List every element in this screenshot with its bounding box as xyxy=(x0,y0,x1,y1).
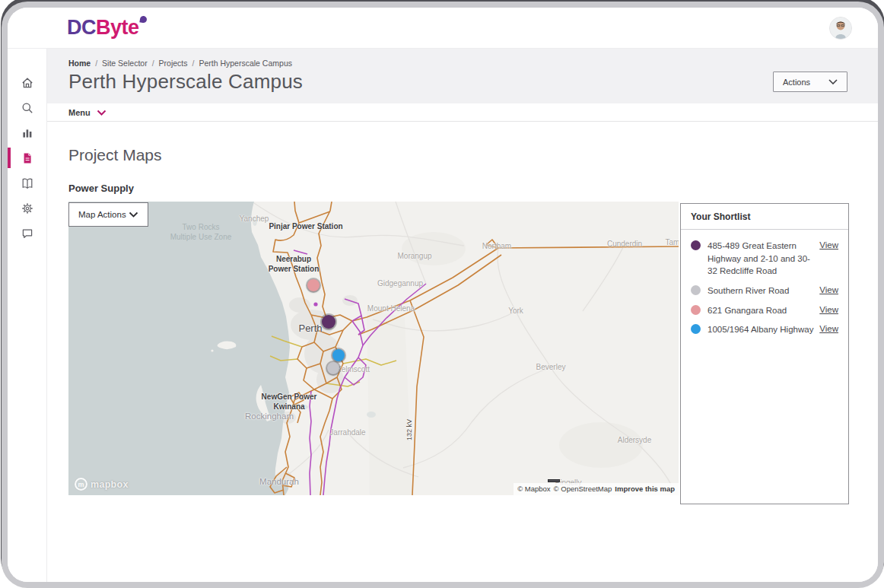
map-actions-button[interactable]: Map Actions xyxy=(68,202,148,227)
breadcrumb-separator: / xyxy=(95,59,97,68)
map-label: Cunderdin xyxy=(607,240,642,250)
map-site-marker[interactable] xyxy=(327,362,339,374)
shortlist-item: Southern River RoadView xyxy=(691,284,838,297)
site-label: 485-489 Great Eastern Highway and 2-10 a… xyxy=(701,240,819,278)
document-icon xyxy=(21,151,34,165)
breadcrumb-item[interactable]: Projects xyxy=(159,59,188,68)
map-label: Mount Helena xyxy=(367,304,415,314)
breadcrumb-item[interactable]: Home xyxy=(68,59,91,68)
map-row: Two Rocks Multiple Use ZoneYanchepPinjar… xyxy=(68,202,855,504)
breadcrumb-item[interactable]: Site Selector xyxy=(102,59,148,68)
sidebar-item-projects[interactable] xyxy=(8,145,46,170)
logo-dc: DC xyxy=(67,17,96,38)
page-header: Home/Site Selector/Projects/Perth Hypers… xyxy=(47,49,878,103)
mapbox-logo[interactable]: m mapbox xyxy=(75,478,129,491)
map-label: Kelmscott xyxy=(336,365,370,375)
map-label: Perth xyxy=(298,323,322,335)
menu-toggle[interactable]: Menu xyxy=(68,108,91,117)
sidebar-item-library[interactable] xyxy=(8,170,46,195)
map-label: Gidgegannup xyxy=(377,279,423,289)
map-label: Yanchep xyxy=(240,215,269,224)
breadcrumb: Home/Site Selector/Projects/Perth Hypers… xyxy=(68,59,847,68)
map-labels-layer: Two Rocks Multiple Use ZoneYanchepPinjar… xyxy=(68,202,679,495)
map-label: Mandurah xyxy=(259,476,299,487)
map-label: Morangup xyxy=(397,252,431,262)
map-label: Pinjar Power Station xyxy=(269,222,342,232)
map-label: Jarrahdale xyxy=(329,428,365,438)
map-label: Aldersyde xyxy=(618,436,651,446)
topbar: DCByte xyxy=(8,8,878,49)
map-site-marker[interactable] xyxy=(332,349,345,361)
breadcrumb-separator: / xyxy=(192,59,195,68)
sidebar-item-feedback[interactable] xyxy=(8,221,46,246)
app-window: DCByte xyxy=(8,8,878,582)
content: Project Maps Power Supply xyxy=(47,122,878,582)
map-label: NewGen Power Kwinana xyxy=(262,393,317,412)
attribution-improve-link[interactable]: Improve this map xyxy=(615,485,675,493)
map-site-marker[interactable] xyxy=(322,315,335,329)
map-label: Tammin xyxy=(665,238,679,248)
home-icon xyxy=(21,76,34,90)
chevron-down-icon xyxy=(828,79,838,84)
shortlist-title: Your Shortlist xyxy=(681,204,848,230)
dcbyte-logo[interactable]: DCByte xyxy=(67,17,147,38)
site-color-dot xyxy=(691,305,701,315)
chat-bubble-icon xyxy=(21,227,34,240)
map-label: Two Rocks Multiple Use Zone xyxy=(170,223,232,242)
sidebar-item-home[interactable] xyxy=(8,70,46,95)
map-label: York xyxy=(508,307,523,316)
logo-byte: Byte xyxy=(96,17,139,38)
site-label: 621 Gnangara Road xyxy=(701,304,819,317)
shortlist-panel: Your Shortlist 485-489 Great Eastern Hig… xyxy=(680,203,849,504)
actions-button-label: Actions xyxy=(783,78,810,87)
mapbox-logo-text: mapbox xyxy=(91,479,129,490)
site-label: Southern River Road xyxy=(701,284,819,297)
attribution-mapbox[interactable]: © Mapbox xyxy=(517,485,550,493)
power-supply-map[interactable]: Two Rocks Multiple Use ZoneYanchepPinjar… xyxy=(68,202,679,495)
avatar-image xyxy=(830,17,851,39)
view-link[interactable]: View xyxy=(819,324,838,333)
sidebar xyxy=(8,49,47,582)
main-area: Home/Site Selector/Projects/Perth Hypers… xyxy=(47,49,878,582)
sidebar-item-analytics[interactable] xyxy=(8,120,46,145)
map-label: Neerabup Power Station xyxy=(269,255,320,274)
logo-leaf-icon xyxy=(139,15,147,23)
user-avatar[interactable] xyxy=(829,17,852,40)
map-scale-bar xyxy=(548,479,560,482)
map-label: Northam xyxy=(482,242,511,252)
shortlist-item: 1005/1964 Albany HighwayView xyxy=(691,323,838,336)
map-site-marker[interactable] xyxy=(307,279,320,291)
breadcrumb-separator: / xyxy=(152,59,154,68)
search-icon xyxy=(21,101,34,115)
chevron-down-icon xyxy=(129,211,138,218)
sidebar-item-search[interactable] xyxy=(8,95,46,120)
view-link[interactable]: View xyxy=(819,240,838,250)
shortlist-item: 621 Gnangara RoadView xyxy=(691,304,838,317)
sidebar-item-settings[interactable] xyxy=(8,195,46,221)
attribution-osm[interactable]: © OpenStreetMap xyxy=(554,485,612,493)
site-color-dot xyxy=(691,285,701,295)
section-heading: Project Maps xyxy=(68,146,855,164)
view-link[interactable]: View xyxy=(819,305,838,314)
map-attribution: © Mapbox © OpenStreetMap Improve this ma… xyxy=(514,483,679,495)
map-label: Rockingham xyxy=(245,411,294,421)
shortlist-items: 485-489 Great Eastern Highway and 2-10 a… xyxy=(681,230,848,351)
page-title: Perth Hyperscale Campus xyxy=(68,70,303,94)
site-color-dot xyxy=(691,324,701,334)
actions-button[interactable]: Actions xyxy=(773,72,847,92)
view-link[interactable]: View xyxy=(819,285,838,294)
map-label: Beverley xyxy=(536,363,566,373)
map-label: 132 kV xyxy=(405,419,414,440)
mapbox-logo-icon: m xyxy=(75,478,87,491)
map-subheading: Power Supply xyxy=(68,183,855,194)
breadcrumb-item: Perth Hyperscale Campus xyxy=(199,59,292,68)
menu-chevron-down-icon[interactable] xyxy=(97,110,107,116)
bar-chart-icon xyxy=(21,126,34,140)
menu-bar: Menu xyxy=(47,103,878,122)
book-icon xyxy=(21,176,34,190)
shortlist-item: 485-489 Great Eastern Highway and 2-10 a… xyxy=(691,240,838,278)
site-label: 1005/1964 Albany Highway xyxy=(701,323,819,336)
app-body: Home/Site Selector/Projects/Perth Hypers… xyxy=(8,49,878,582)
gear-icon xyxy=(21,202,34,215)
map-actions-label: Map Actions xyxy=(78,210,126,219)
